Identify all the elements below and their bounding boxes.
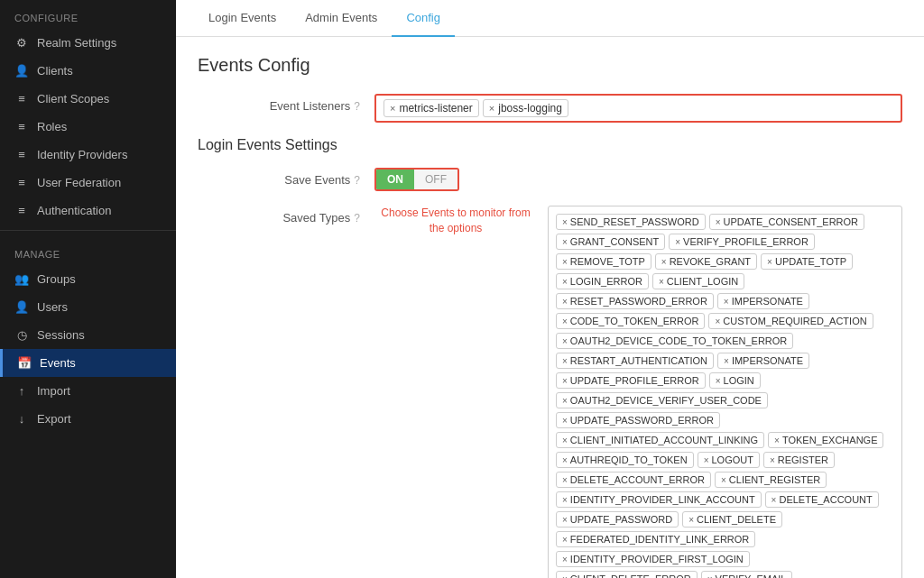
remove-type-button[interactable]: ×: [562, 356, 568, 366]
type-tag: ×IDENTITY_PROVIDER_LINK_ACCOUNT: [556, 491, 762, 508]
sidebar-item-sessions[interactable]: ◷ Sessions: [0, 321, 176, 349]
remove-type-button[interactable]: ×: [724, 297, 729, 307]
event-listeners-help-icon[interactable]: ?: [354, 100, 360, 113]
remove-type-button[interactable]: ×: [675, 237, 680, 247]
remove-metrics-button[interactable]: ×: [390, 103, 395, 114]
toggle-on-button[interactable]: ON: [376, 170, 414, 189]
type-tag: ×LOGOUT: [698, 452, 760, 468]
event-listeners-label: Event Listeners ?: [198, 94, 360, 113]
type-tag-label: IMPERSONATE: [732, 296, 803, 307]
sidebar-item-identity-providers[interactable]: ≡ Identity Providers: [0, 141, 176, 169]
sidebar-item-groups[interactable]: 👥 Groups: [0, 265, 176, 293]
sidebar-item-realm-settings[interactable]: ⚙ Realm Settings: [0, 29, 176, 57]
type-tag-label: REGISTER: [778, 454, 828, 465]
remove-type-button[interactable]: ×: [562, 515, 568, 525]
users-icon: 👤: [14, 300, 29, 314]
tab-config[interactable]: Config: [392, 0, 455, 37]
type-tag: ×CLIENT_REGISTER: [715, 472, 827, 488]
sidebar-item-import[interactable]: ↑ Import: [0, 377, 176, 405]
client-scopes-icon: ≡: [14, 92, 29, 106]
page-title: Events Config: [198, 55, 902, 76]
type-tag-label: CLIENT_DELETE: [697, 514, 776, 525]
type-tag-label: CODE_TO_TOKEN_ERROR: [570, 316, 699, 326]
remove-type-button[interactable]: ×: [716, 376, 721, 386]
sidebar-item-label: Users: [37, 300, 68, 314]
remove-type-button[interactable]: ×: [562, 535, 568, 545]
sessions-icon: ◷: [14, 328, 29, 342]
remove-type-button[interactable]: ×: [562, 317, 568, 326]
type-tag: ×REVOKE_GRANT: [655, 253, 757, 270]
import-icon: ↑: [14, 384, 29, 398]
sidebar-item-label: Groups: [37, 272, 76, 286]
sidebar: Configure ⚙ Realm Settings 👤 Clients ≡ C…: [0, 0, 176, 578]
login-events-section-title: Login Events Settings: [198, 137, 902, 153]
remove-type-button[interactable]: ×: [562, 495, 568, 505]
type-tag: ×UPDATE_PASSWORD: [556, 511, 679, 528]
remove-type-button[interactable]: ×: [772, 495, 777, 505]
sidebar-item-export[interactable]: ↓ Export: [0, 405, 176, 433]
sidebar-item-client-scopes[interactable]: ≡ Client Scopes: [0, 85, 176, 113]
sidebar-item-label: Export: [37, 412, 71, 426]
remove-type-button[interactable]: ×: [770, 455, 775, 465]
toggle-switch[interactable]: ON OFF: [374, 168, 459, 191]
remove-type-button[interactable]: ×: [704, 455, 709, 465]
sidebar-divider: [0, 230, 176, 231]
remove-type-button[interactable]: ×: [562, 436, 568, 445]
remove-type-button[interactable]: ×: [562, 297, 568, 307]
save-events-toggle[interactable]: ON OFF: [374, 168, 459, 191]
tab-admin-events[interactable]: Admin Events: [291, 0, 392, 37]
remove-type-button[interactable]: ×: [562, 475, 568, 485]
saved-types-label: Saved Types ?: [198, 206, 360, 225]
remove-type-button[interactable]: ×: [562, 396, 568, 406]
sidebar-item-label: Client Scopes: [37, 92, 109, 106]
remove-jboss-button[interactable]: ×: [489, 103, 494, 114]
sidebar-item-clients[interactable]: 👤 Clients: [0, 57, 176, 85]
sidebar-item-events[interactable]: 📅 Events: [0, 349, 176, 377]
remove-type-button[interactable]: ×: [562, 257, 568, 267]
type-tag-label: UPDATE_PROFILE_ERROR: [570, 375, 699, 386]
remove-type-button[interactable]: ×: [659, 277, 664, 287]
remove-type-button[interactable]: ×: [721, 475, 726, 485]
saved-types-help-icon[interactable]: ?: [354, 212, 360, 225]
hint-text: Choose Events to monitor from the option…: [374, 206, 537, 236]
remove-type-button[interactable]: ×: [562, 237, 568, 247]
sidebar-item-label: Import: [37, 384, 70, 398]
remove-type-button[interactable]: ×: [562, 376, 568, 386]
toggle-off-button[interactable]: OFF: [414, 170, 457, 189]
sidebar-item-roles[interactable]: ≡ Roles: [0, 113, 176, 141]
sidebar-item-authentication[interactable]: ≡ Authentication: [0, 197, 176, 225]
sidebar-item-users[interactable]: 👤 Users: [0, 293, 176, 321]
remove-type-button[interactable]: ×: [716, 217, 721, 227]
tab-login-events[interactable]: Login Events: [194, 0, 291, 37]
remove-type-button[interactable]: ×: [562, 455, 568, 465]
sidebar-item-user-federation[interactable]: ≡ User Federation: [0, 169, 176, 197]
remove-type-button[interactable]: ×: [562, 416, 568, 426]
type-tag: ×REGISTER: [763, 452, 835, 468]
remove-type-button[interactable]: ×: [767, 257, 772, 267]
type-tag-label: UPDATE_PASSWORD: [570, 514, 672, 525]
remove-type-button[interactable]: ×: [562, 336, 568, 346]
authentication-icon: ≡: [14, 204, 29, 217]
type-tag-label: REMOVE_TOTP: [570, 256, 645, 267]
remove-type-button[interactable]: ×: [562, 217, 568, 227]
type-tag-label: CLIENT_LOGIN: [667, 276, 738, 287]
type-tag: ×CLIENT_INITIATED_ACCOUNT_LINKING: [556, 432, 764, 448]
remove-type-button[interactable]: ×: [707, 574, 713, 579]
remove-type-button[interactable]: ×: [562, 574, 568, 579]
save-events-help-icon[interactable]: ?: [354, 174, 360, 187]
type-tag-label: LOGIN: [724, 375, 754, 386]
remove-type-button[interactable]: ×: [661, 257, 667, 267]
type-tag-label: UPDATE_PASSWORD_ERROR: [570, 415, 714, 426]
manage-section-label: Manage: [0, 236, 176, 265]
remove-type-button[interactable]: ×: [774, 436, 780, 445]
remove-type-button[interactable]: ×: [562, 555, 568, 564]
listeners-box[interactable]: × metrics-listener × jboss-logging: [374, 94, 902, 123]
type-tag-label: CLIENT_DELETE_ERROR: [570, 573, 691, 578]
remove-type-button[interactable]: ×: [715, 317, 720, 326]
remove-type-button[interactable]: ×: [724, 356, 729, 366]
saved-types-row: Saved Types ? Choose Events to monitor f…: [198, 206, 902, 578]
type-tag-label: VERIFY_PROFILE_ERROR: [683, 236, 808, 247]
remove-type-button[interactable]: ×: [562, 277, 568, 287]
remove-type-button[interactable]: ×: [688, 515, 694, 525]
listener-tag-label: jboss-logging: [498, 102, 562, 115]
